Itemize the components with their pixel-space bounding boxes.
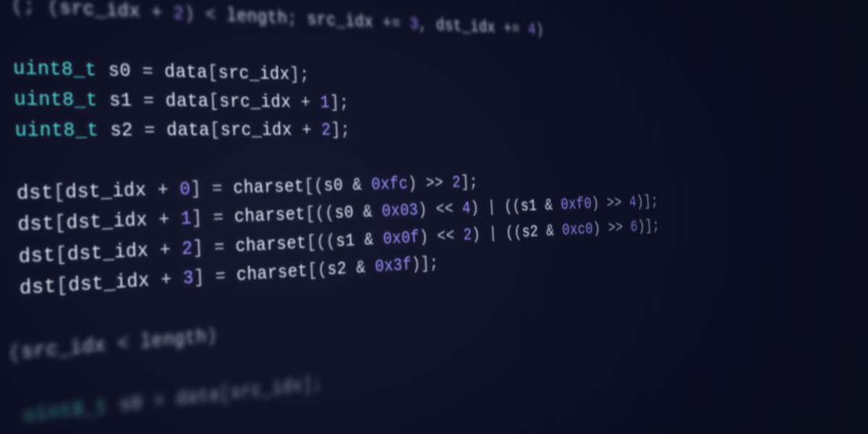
code-token-id: data [164,61,208,83]
code-token-id: src_idx [21,333,106,364]
code-token-op [0,182,17,206]
code-token-num: 0 [179,178,191,200]
code-token-op: & [537,221,562,241]
code-token-type: uint8_t [12,56,97,81]
code-token-op [0,404,24,434]
code-token-punc: [ [54,212,67,236]
code-token-op [96,59,109,81]
code-token-op: += [495,19,528,39]
code-token-hex: 0x0f [383,227,420,249]
code-token-id: src_idx [220,119,292,141]
code-token-id: s0 [323,175,344,196]
code-token-punc: ) >> [407,173,452,194]
code-token-punc: ) [535,20,544,39]
code-token-hex: 0xc0 [561,219,593,239]
code-editor-viewport: size_t dst_idx = 0;for (; (src_idx + 2) … [0,0,868,434]
code-token-punc: )]; [637,216,660,235]
code-token-id: dst_idx [66,209,148,235]
code-token-id: s2 [327,258,347,280]
code-token-id: dst_idx [67,239,149,266]
code-token-op [98,89,110,111]
code-token-id: dst_idx [65,179,147,204]
code-token-op [98,119,111,142]
code-token-id: s0 [119,391,143,417]
code-token-punc: [ [55,243,68,267]
code-token-op: & [353,201,382,223]
code-token-id: src_idx [218,62,290,85]
code-token-func: charset [235,232,307,257]
code-token-punc: ]; [302,373,323,396]
code-token-op: = [132,90,166,112]
code-token-punc: ) [206,324,218,347]
code-token-id: src_idx [219,91,292,113]
code-token-op: + [291,92,321,113]
code-token-num: 3 [182,267,194,289]
code-token-id: s2 [522,222,539,242]
code-token-op [0,213,18,239]
code-token-punc: [ [219,383,231,406]
code-token-id: s2 [110,119,134,142]
code-token-op: < [106,331,141,357]
code-token-op: = [132,119,166,142]
code-token-id: data [166,119,210,141]
code-token-id: s1 [336,230,356,252]
code-token-op [0,0,12,17]
code-token-op [0,119,15,142]
code-token-num: 2 [182,237,193,260]
code-token-punc: [ [210,119,221,141]
code-token-punc: ) | (( [470,197,522,218]
code-token-punc: ) << [418,199,463,221]
code-token-func: charset [236,260,308,286]
code-token-type: uint8_t [23,395,109,427]
code-token-id: dst [17,181,54,205]
code-token-op [0,276,20,303]
code-token-punc: ]; [289,64,310,85]
code-token-id: dst [18,243,56,268]
code-token-id: s0 [334,203,354,224]
code-token-punc: [ [56,274,69,298]
code-token-op: + [147,208,181,231]
code-token-op: & [354,229,383,250]
code-token-punc: ; [287,8,307,30]
code-token-num: 1 [180,208,192,230]
code-token-punc: ]; [331,120,351,140]
code-token-punc: [(( [305,203,336,225]
code-token-op: & [346,257,375,279]
code-token-op [0,55,13,80]
code-token-punc: ] = [193,264,237,289]
code-token-punc: ) | (( [472,223,523,244]
code-token-op: + [140,1,174,24]
code-token-op: + [292,120,322,141]
code-token-id: length [226,5,288,29]
code-token-id: s1 [520,196,537,216]
code-token-id: s1 [109,89,133,111]
code-token-punc: ) << [419,225,464,247]
code-token-punc: [( [304,176,324,197]
code-token-op [107,394,119,419]
code-token-func: charset [233,176,305,199]
code-token-type: uint8_t [14,88,98,111]
code-token-punc: ]; [460,172,478,192]
code-token-punc: )]; [636,192,658,211]
code-token-op: = [131,60,165,82]
code-token-id: src_idx [230,375,303,404]
code-token-num: 2 [173,3,184,25]
code-token-punc: ] = [190,177,234,200]
code-token-punc: [( [307,259,328,281]
code-token-op: += [373,12,410,34]
code-token-punc: (; ( [11,0,60,20]
code-token-op [0,245,19,271]
code-token-punc: )]; [411,253,438,275]
code-token-punc: ] = [191,206,234,229]
code-token-op [0,87,14,111]
code-token-punc: [ [208,90,220,112]
code-token-id: dst [19,274,56,300]
code-token-type: uint8_t [14,119,99,142]
code-token-hex: 0xf0 [561,195,592,214]
code-token-punc: , [418,14,437,35]
code-token-hex: 0xfc [371,174,409,195]
code-token-id: data [165,90,209,112]
code-token-id: src_idx [307,9,374,33]
code-token-punc: ( [9,340,22,365]
code-token-punc: ]; [330,93,350,113]
